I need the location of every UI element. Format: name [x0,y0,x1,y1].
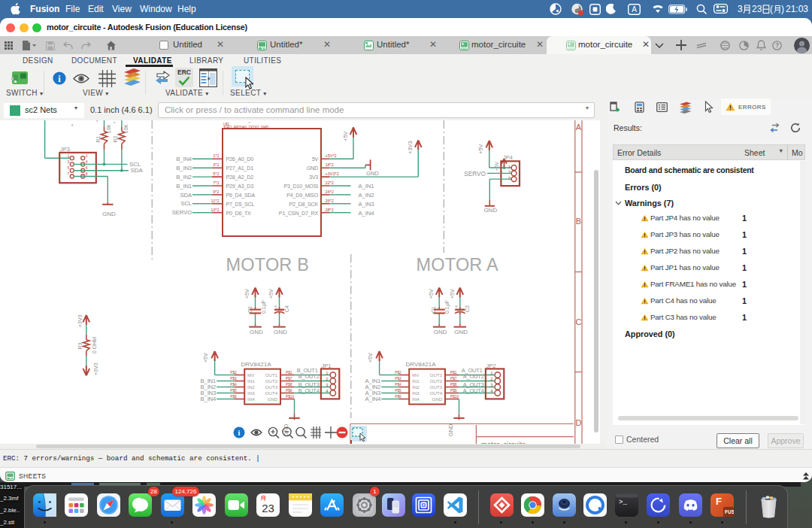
svg-text:GND: GND [250,329,263,335]
svg-text:GND: GND [102,211,116,217]
svg-text:OUT3: OUT3 [265,384,278,390]
svg-text:SDA: SDA [131,167,144,174]
svg-text:23: 23 [262,502,274,514]
svg-text:+5V: +5V [244,289,250,299]
svg-text:0.1μF: 0.1μF [261,300,267,314]
svg-text:GND: GND [447,423,454,436]
svg-text:A_OUT3: A_OUT3 [463,381,484,388]
svg-text:13*2: 13*2 [211,208,219,212]
svg-text:P0_D6_TX: P0_D6_TX [226,210,252,217]
svg-text:A_IN4: A_IN4 [359,210,375,217]
svg-text:MV: MV [247,372,255,378]
svg-text:5V: 5V [312,156,319,162]
svg-text:i: i [238,429,241,437]
svg-text:+5V*2: +5V*2 [326,153,337,158]
svg-text:1: 1 [67,153,69,158]
svg-text:+5V: +5V [450,289,455,299]
svg-text:OUT2: OUT2 [265,378,278,384]
svg-text:SCL: SCL [180,200,192,207]
svg-text:5*2: 5*2 [213,171,219,176]
svg-text:A_OUT2: A_OUT2 [463,373,484,380]
svg-text:3V3: 3V3 [309,174,318,181]
svg-text:P2_D8_SCK: P2_D8_SCK [289,201,318,208]
svg-text:+: + [274,304,277,309]
svg-text:FUS: FUS [725,509,734,514]
svg-text:A_IN2: A_IN2 [359,192,374,199]
svg-text:C3: C3 [465,305,470,312]
svg-text:SERVO: SERVO [464,171,486,178]
svg-text:R1: R1 [95,135,101,142]
svg-text:IN3: IN3 [247,390,255,396]
svg-text:+5V: +5V [268,289,274,299]
svg-text:P$8: P$8 [450,383,457,387]
svg-text:?: ? [775,41,779,49]
svg-text:11*2: 11*2 [211,199,220,203]
svg-text:OUT1: OUT1 [265,372,278,378]
svg-text:GND: GND [267,396,277,402]
svg-text:A_IN1: A_IN1 [359,183,374,190]
svg-text:C2: C2 [247,306,253,313]
svg-text:P$6: P$6 [230,395,237,399]
svg-text:P$4: P$4 [230,383,237,387]
svg-text:A: A [576,123,582,132]
svg-text:10K: 10K [106,124,111,134]
svg-text:A_IN4: A_IN4 [365,396,382,402]
svg-text:*: * [71,123,74,129]
svg-text:4: 4 [86,159,88,164]
svg-text:OUT1: OUT1 [430,372,443,378]
svg-text:1: 1 [508,165,511,169]
svg-text:P$2: P$2 [230,371,237,375]
svg-text:P$5: P$5 [395,389,401,393]
svg-text:*: * [248,121,250,126]
svg-text:P$2: P$2 [395,371,401,375]
svg-text:+3V3: +3V3 [93,363,98,375]
svg-text:+5V: +5V [429,289,434,299]
svg-text:>_: >_ [619,499,627,506]
svg-text:P$1: P$1 [286,371,292,375]
svg-text:P1_CSN_D7_RX: P1_CSN_D7_RX [279,210,319,217]
svg-text:3: 3 [508,176,511,181]
svg-text:B: B [576,217,581,226]
svg-text:P$9: P$9 [286,389,292,393]
svg-text:P$1: P$1 [450,371,457,375]
svg-text:5: 5 [67,165,69,170]
svg-text:P$5: P$5 [230,389,237,393]
svg-text:P7_D5_SCL: P7_D5_SCL [226,201,255,208]
svg-text:A: A [632,5,637,14]
svg-text:+5V: +5V [342,131,349,141]
svg-text:A_OUT4: A_OUT4 [463,387,484,394]
svg-text:7: 7 [67,171,69,176]
svg-text:+5V: +5V [203,353,208,363]
svg-text:22*2: 22*2 [326,181,334,185]
svg-text:+3V3: +3V3 [77,314,83,327]
svg-text:B_OUT4: B_OUT4 [298,387,320,394]
svg-text:3: 3 [67,159,69,164]
svg-text:A_IN3: A_IN3 [359,201,374,208]
svg-text:0.1μF: 0.1μF [444,300,450,314]
svg-text:GND: GND [434,329,447,335]
svg-text:+5V: +5V [368,353,373,363]
svg-text:GND: GND [366,170,379,177]
svg-text:P$10: P$10 [286,395,295,399]
svg-text:+: + [455,304,458,309]
svg-text:C4: C4 [284,305,289,312]
svg-text:B_IN3: B_IN3 [176,165,192,171]
svg-text:R3: R3 [77,342,83,349]
svg-text:1*2: 1*2 [213,153,219,158]
svg-text:0 OHM: 0 OHM [92,337,97,354]
svg-text:2: 2 [86,153,88,158]
svg-text:B_OUT2: B_OUT2 [298,373,320,380]
svg-text:MOTOR A: MOTOR A [417,255,498,275]
svg-text:C: C [575,317,581,326]
svg-text:P$10: P$10 [450,395,459,399]
svg-text:OUT4: OUT4 [265,390,278,396]
svg-text:P26_A0_D0: P26_A0_D0 [226,156,254,162]
svg-text:P$9: P$9 [450,389,457,393]
svg-text:*: * [96,120,98,124]
svg-text:P$4: P$4 [395,383,401,387]
svg-text:18*2: 18*2 [326,162,334,167]
svg-text:P6_D4_SDA: P6_D4_SDA [226,192,256,199]
svg-text:P28_A2_D2: P28_A2_D2 [226,174,254,181]
svg-text:+3V3: +3V3 [407,141,414,154]
svg-text:P3_D10_MOSI: P3_D10_MOSI [283,183,318,190]
